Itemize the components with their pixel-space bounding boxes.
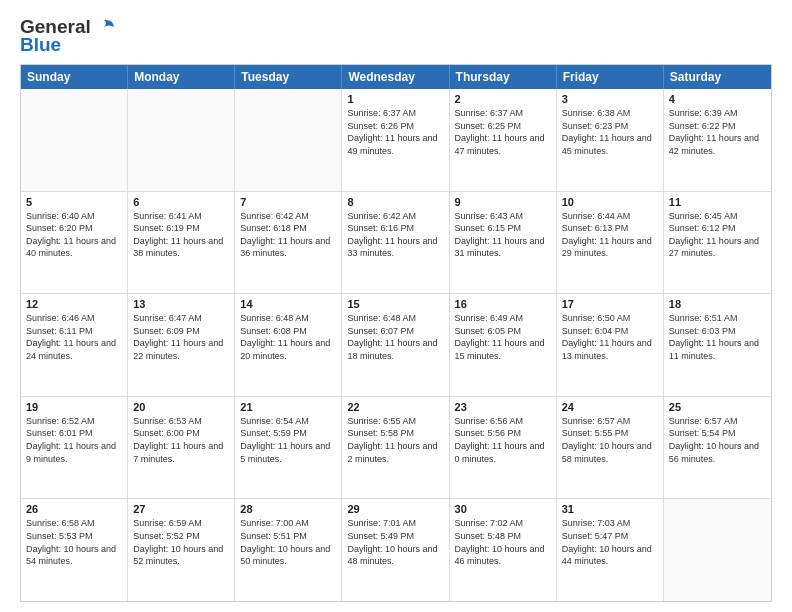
- day-number: 26: [26, 503, 122, 515]
- day-info: Sunrise: 6:38 AM Sunset: 6:23 PM Dayligh…: [562, 107, 658, 157]
- day-info: Sunrise: 6:49 AM Sunset: 6:05 PM Dayligh…: [455, 312, 551, 362]
- day-cell-17: 17Sunrise: 6:50 AM Sunset: 6:04 PM Dayli…: [557, 294, 664, 396]
- day-info: Sunrise: 6:56 AM Sunset: 5:56 PM Dayligh…: [455, 415, 551, 465]
- weekday-header-sunday: Sunday: [21, 65, 128, 89]
- day-cell-13: 13Sunrise: 6:47 AM Sunset: 6:09 PM Dayli…: [128, 294, 235, 396]
- day-cell-3: 3Sunrise: 6:38 AM Sunset: 6:23 PM Daylig…: [557, 89, 664, 191]
- day-number: 22: [347, 401, 443, 413]
- weekday-header-tuesday: Tuesday: [235, 65, 342, 89]
- calendar-header: SundayMondayTuesdayWednesdayThursdayFrid…: [21, 65, 771, 89]
- day-cell-26: 26Sunrise: 6:58 AM Sunset: 5:53 PM Dayli…: [21, 499, 128, 601]
- day-number: 3: [562, 93, 658, 105]
- calendar-row-2: 5Sunrise: 6:40 AM Sunset: 6:20 PM Daylig…: [21, 191, 771, 294]
- day-cell-empty-0-1: [128, 89, 235, 191]
- day-info: Sunrise: 6:57 AM Sunset: 5:54 PM Dayligh…: [669, 415, 766, 465]
- day-cell-30: 30Sunrise: 7:02 AM Sunset: 5:48 PM Dayli…: [450, 499, 557, 601]
- day-info: Sunrise: 6:59 AM Sunset: 5:52 PM Dayligh…: [133, 517, 229, 567]
- day-info: Sunrise: 6:45 AM Sunset: 6:12 PM Dayligh…: [669, 210, 766, 260]
- day-number: 2: [455, 93, 551, 105]
- day-cell-5: 5Sunrise: 6:40 AM Sunset: 6:20 PM Daylig…: [21, 192, 128, 294]
- day-info: Sunrise: 6:51 AM Sunset: 6:03 PM Dayligh…: [669, 312, 766, 362]
- weekday-header-friday: Friday: [557, 65, 664, 89]
- header: General Blue: [20, 16, 772, 56]
- day-cell-29: 29Sunrise: 7:01 AM Sunset: 5:49 PM Dayli…: [342, 499, 449, 601]
- day-cell-14: 14Sunrise: 6:48 AM Sunset: 6:08 PM Dayli…: [235, 294, 342, 396]
- day-info: Sunrise: 7:03 AM Sunset: 5:47 PM Dayligh…: [562, 517, 658, 567]
- day-info: Sunrise: 6:44 AM Sunset: 6:13 PM Dayligh…: [562, 210, 658, 260]
- day-number: 21: [240, 401, 336, 413]
- day-cell-28: 28Sunrise: 7:00 AM Sunset: 5:51 PM Dayli…: [235, 499, 342, 601]
- day-number: 16: [455, 298, 551, 310]
- day-number: 9: [455, 196, 551, 208]
- day-number: 7: [240, 196, 336, 208]
- day-cell-23: 23Sunrise: 6:56 AM Sunset: 5:56 PM Dayli…: [450, 397, 557, 499]
- day-cell-18: 18Sunrise: 6:51 AM Sunset: 6:03 PM Dayli…: [664, 294, 771, 396]
- logo-bird-icon: [93, 18, 115, 36]
- day-cell-2: 2Sunrise: 6:37 AM Sunset: 6:25 PM Daylig…: [450, 89, 557, 191]
- day-number: 20: [133, 401, 229, 413]
- day-info: Sunrise: 6:55 AM Sunset: 5:58 PM Dayligh…: [347, 415, 443, 465]
- day-number: 13: [133, 298, 229, 310]
- day-info: Sunrise: 6:37 AM Sunset: 6:26 PM Dayligh…: [347, 107, 443, 157]
- day-number: 27: [133, 503, 229, 515]
- logo-blue: Blue: [20, 34, 61, 56]
- day-info: Sunrise: 7:00 AM Sunset: 5:51 PM Dayligh…: [240, 517, 336, 567]
- day-number: 17: [562, 298, 658, 310]
- day-cell-31: 31Sunrise: 7:03 AM Sunset: 5:47 PM Dayli…: [557, 499, 664, 601]
- day-cell-4: 4Sunrise: 6:39 AM Sunset: 6:22 PM Daylig…: [664, 89, 771, 191]
- day-cell-19: 19Sunrise: 6:52 AM Sunset: 6:01 PM Dayli…: [21, 397, 128, 499]
- day-info: Sunrise: 6:37 AM Sunset: 6:25 PM Dayligh…: [455, 107, 551, 157]
- day-info: Sunrise: 6:53 AM Sunset: 6:00 PM Dayligh…: [133, 415, 229, 465]
- day-cell-25: 25Sunrise: 6:57 AM Sunset: 5:54 PM Dayli…: [664, 397, 771, 499]
- day-cell-6: 6Sunrise: 6:41 AM Sunset: 6:19 PM Daylig…: [128, 192, 235, 294]
- day-number: 28: [240, 503, 336, 515]
- day-cell-24: 24Sunrise: 6:57 AM Sunset: 5:55 PM Dayli…: [557, 397, 664, 499]
- day-cell-15: 15Sunrise: 6:48 AM Sunset: 6:07 PM Dayli…: [342, 294, 449, 396]
- day-info: Sunrise: 6:43 AM Sunset: 6:15 PM Dayligh…: [455, 210, 551, 260]
- day-number: 8: [347, 196, 443, 208]
- day-number: 30: [455, 503, 551, 515]
- day-cell-1: 1Sunrise: 6:37 AM Sunset: 6:26 PM Daylig…: [342, 89, 449, 191]
- day-number: 15: [347, 298, 443, 310]
- day-info: Sunrise: 7:02 AM Sunset: 5:48 PM Dayligh…: [455, 517, 551, 567]
- day-number: 1: [347, 93, 443, 105]
- day-cell-empty-0-2: [235, 89, 342, 191]
- day-number: 24: [562, 401, 658, 413]
- page: General Blue SundayMondayTuesdayWednesda…: [0, 0, 792, 612]
- day-info: Sunrise: 6:46 AM Sunset: 6:11 PM Dayligh…: [26, 312, 122, 362]
- day-cell-12: 12Sunrise: 6:46 AM Sunset: 6:11 PM Dayli…: [21, 294, 128, 396]
- day-cell-empty-4-6: [664, 499, 771, 601]
- day-number: 10: [562, 196, 658, 208]
- day-info: Sunrise: 6:40 AM Sunset: 6:20 PM Dayligh…: [26, 210, 122, 260]
- day-info: Sunrise: 6:42 AM Sunset: 6:16 PM Dayligh…: [347, 210, 443, 260]
- day-number: 11: [669, 196, 766, 208]
- day-info: Sunrise: 6:42 AM Sunset: 6:18 PM Dayligh…: [240, 210, 336, 260]
- day-number: 12: [26, 298, 122, 310]
- day-info: Sunrise: 7:01 AM Sunset: 5:49 PM Dayligh…: [347, 517, 443, 567]
- day-number: 5: [26, 196, 122, 208]
- day-info: Sunrise: 6:48 AM Sunset: 6:07 PM Dayligh…: [347, 312, 443, 362]
- calendar-row-3: 12Sunrise: 6:46 AM Sunset: 6:11 PM Dayli…: [21, 293, 771, 396]
- day-cell-20: 20Sunrise: 6:53 AM Sunset: 6:00 PM Dayli…: [128, 397, 235, 499]
- day-info: Sunrise: 6:48 AM Sunset: 6:08 PM Dayligh…: [240, 312, 336, 362]
- day-cell-11: 11Sunrise: 6:45 AM Sunset: 6:12 PM Dayli…: [664, 192, 771, 294]
- day-info: Sunrise: 6:58 AM Sunset: 5:53 PM Dayligh…: [26, 517, 122, 567]
- day-number: 18: [669, 298, 766, 310]
- day-cell-empty-0-0: [21, 89, 128, 191]
- day-info: Sunrise: 6:39 AM Sunset: 6:22 PM Dayligh…: [669, 107, 766, 157]
- calendar-row-4: 19Sunrise: 6:52 AM Sunset: 6:01 PM Dayli…: [21, 396, 771, 499]
- day-cell-16: 16Sunrise: 6:49 AM Sunset: 6:05 PM Dayli…: [450, 294, 557, 396]
- weekday-header-wednesday: Wednesday: [342, 65, 449, 89]
- day-number: 29: [347, 503, 443, 515]
- day-cell-22: 22Sunrise: 6:55 AM Sunset: 5:58 PM Dayli…: [342, 397, 449, 499]
- day-number: 14: [240, 298, 336, 310]
- day-info: Sunrise: 6:54 AM Sunset: 5:59 PM Dayligh…: [240, 415, 336, 465]
- calendar-row-1: 1Sunrise: 6:37 AM Sunset: 6:26 PM Daylig…: [21, 89, 771, 191]
- day-cell-8: 8Sunrise: 6:42 AM Sunset: 6:16 PM Daylig…: [342, 192, 449, 294]
- day-number: 23: [455, 401, 551, 413]
- day-number: 31: [562, 503, 658, 515]
- day-info: Sunrise: 6:52 AM Sunset: 6:01 PM Dayligh…: [26, 415, 122, 465]
- calendar-body: 1Sunrise: 6:37 AM Sunset: 6:26 PM Daylig…: [21, 89, 771, 601]
- day-number: 19: [26, 401, 122, 413]
- weekday-header-saturday: Saturday: [664, 65, 771, 89]
